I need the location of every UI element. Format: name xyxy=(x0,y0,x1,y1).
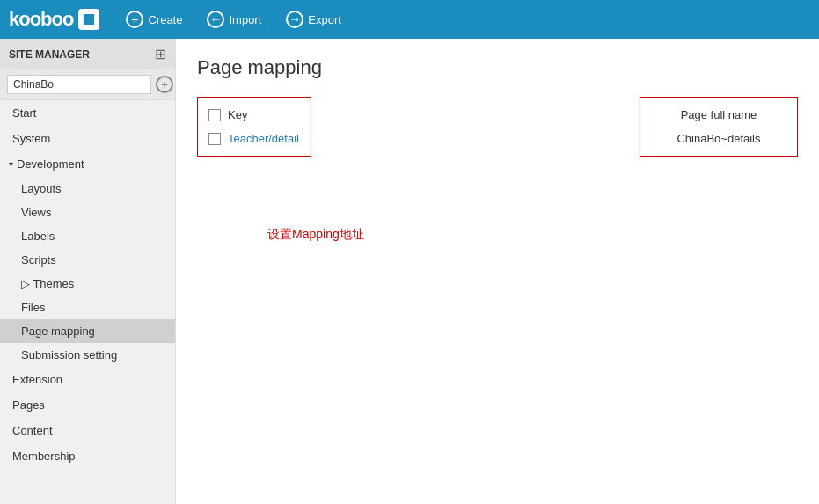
sidebar-item-submission-setting-label: Submission setting xyxy=(21,348,117,362)
key-column-header: Key xyxy=(228,108,247,121)
logo-icon xyxy=(78,9,99,30)
create-button[interactable]: + Create xyxy=(117,7,191,32)
sidebar-item-page-mapping[interactable]: Page mapping xyxy=(0,319,175,343)
sidebar-item-layouts[interactable]: Layouts xyxy=(0,177,175,201)
sidebar-item-start-label: Start xyxy=(12,106,36,120)
sidebar-item-pages-label: Pages xyxy=(12,398,45,412)
chevron-down-icon: ▾ xyxy=(9,159,13,169)
import-icon: ← xyxy=(207,11,224,28)
logo: kooboo xyxy=(9,8,99,31)
sidebar-item-submission-setting[interactable]: Submission setting xyxy=(0,343,175,367)
import-button[interactable]: ← Import xyxy=(198,7,270,32)
sidebar-item-scripts-label: Scripts xyxy=(21,253,56,267)
sidebar-item-files-label: Files xyxy=(21,301,45,314)
export-icon: → xyxy=(286,11,303,28)
site-manager-header: SITE MANAGER ⊞ xyxy=(0,39,175,69)
sidebar-section-development[interactable]: ▾ Development xyxy=(0,151,175,177)
sidebar-item-content-label: Content xyxy=(12,424,53,437)
sidebar-item-pages[interactable]: Pages xyxy=(0,392,175,418)
sidebar-item-system-label: System xyxy=(12,132,50,145)
create-label: Create xyxy=(148,13,182,26)
sidebar-item-extension[interactable]: Extension xyxy=(0,367,175,392)
key-table-row: Teacher/detail xyxy=(208,128,300,149)
logo-icon-inner xyxy=(84,14,94,25)
key-table: Key Teacher/detail xyxy=(197,97,311,157)
create-icon: + xyxy=(126,11,143,28)
sidebar-item-system[interactable]: System xyxy=(0,126,175,151)
export-button[interactable]: → Export xyxy=(277,7,350,32)
sidebar-item-extension-label: Extension xyxy=(12,373,62,386)
key-row-link[interactable]: Teacher/detail xyxy=(228,132,299,145)
site-selector: + xyxy=(0,69,175,100)
page-name-header: Page full name xyxy=(658,105,779,128)
sidebar-item-labels[interactable]: Labels xyxy=(0,224,175,248)
sidebar-item-files[interactable]: Files xyxy=(0,296,175,319)
sidebar-item-scripts[interactable]: Scripts xyxy=(0,248,175,272)
sidebar-item-views-label: Views xyxy=(21,206,51,219)
row-checkbox[interactable] xyxy=(208,133,221,145)
export-label: Export xyxy=(308,13,341,26)
sidebar: SITE MANAGER ⊞ + Start System ▾ Developm… xyxy=(0,39,176,504)
sidebar-item-views[interactable]: Views xyxy=(0,201,175,224)
import-label: Import xyxy=(229,13,261,26)
sidebar-section-development-label: Development xyxy=(17,157,84,171)
sidebar-item-layouts-label: Layouts xyxy=(21,182,62,195)
sidebar-item-labels-label: Labels xyxy=(21,230,55,243)
site-input[interactable] xyxy=(7,75,151,94)
sidebar-item-themes-label: ▷ Themes xyxy=(21,277,74,290)
table-container: Key Teacher/detail Page full name ChinaB… xyxy=(197,97,798,157)
hint-text: 设置Mapping地址 xyxy=(267,227,798,243)
page-name-table: Page full name ChinaBo~details xyxy=(640,97,798,157)
sidebar-item-content[interactable]: Content xyxy=(0,418,175,443)
logo-text: kooboo xyxy=(9,8,73,31)
topbar: kooboo + Create ← Import → Export xyxy=(0,0,819,39)
page-name-value: ChinaBo~details xyxy=(658,128,779,149)
site-manager-network-icon: ⊞ xyxy=(155,46,166,62)
add-site-button[interactable]: + xyxy=(156,76,173,93)
sidebar-item-page-mapping-label: Page mapping xyxy=(21,325,95,338)
sidebar-item-themes[interactable]: ▷ Themes xyxy=(0,272,175,296)
sidebar-item-membership[interactable]: Membership xyxy=(0,443,175,469)
select-all-checkbox[interactable] xyxy=(208,109,221,121)
main-layout: SITE MANAGER ⊞ + Start System ▾ Developm… xyxy=(0,39,819,504)
content-area: Page mapping Key Teacher/detail Page ful… xyxy=(176,39,819,504)
sidebar-item-start[interactable]: Start xyxy=(0,100,175,126)
page-title: Page mapping xyxy=(197,56,798,79)
site-manager-title: SITE MANAGER xyxy=(9,48,90,61)
key-table-header: Key xyxy=(208,105,300,128)
topbar-actions: + Create ← Import → Export xyxy=(117,7,349,32)
sidebar-item-membership-label: Membership xyxy=(12,449,76,463)
